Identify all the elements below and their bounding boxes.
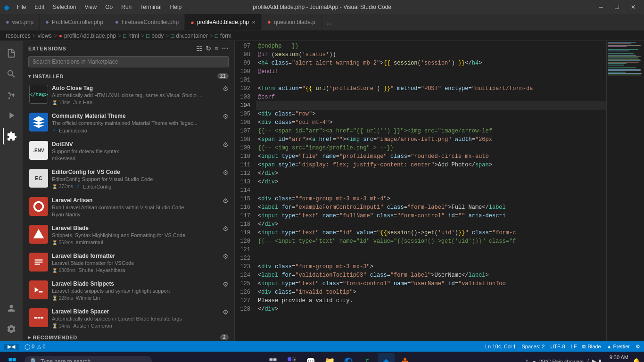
views-icon[interactable]: ≡ <box>215 45 219 52</box>
menu-file[interactable]: File <box>13 2 30 12</box>
minimap-line <box>608 70 641 71</box>
menu-view[interactable]: View <box>81 2 100 12</box>
maximize-button[interactable]: ☐ <box>610 2 624 12</box>
taskbar-file-explorer[interactable]: 📁 <box>321 353 338 362</box>
extension-meta: ⏳ 569ms amirmarmul <box>52 239 219 245</box>
extension-settings-button[interactable]: ⚙ <box>223 113 229 120</box>
more-tabs-button[interactable]: ⋯ <box>322 18 337 30</box>
menu-selection[interactable]: Selection <box>49 2 80 12</box>
menu-run[interactable]: Run <box>117 2 135 12</box>
extensions-search-input[interactable] <box>28 56 229 67</box>
statusbar-remote[interactable]: ▶◀ <box>4 344 19 350</box>
extension-auto-close-tag[interactable]: </tag> Auto Close Tag Automatically add … <box>23 81 234 109</box>
statusbar-notification[interactable]: ⚙ <box>636 344 640 350</box>
extension-meta: mikestead <box>52 156 219 161</box>
breadcrumb-form[interactable]: form <box>220 33 231 39</box>
close-button[interactable]: ✕ <box>626 2 640 12</box>
extension-settings-button[interactable]: ⚙ <box>223 141 229 148</box>
extensions-header-icons[interactable]: ☷ ↻ ≡ ⋯ <box>196 45 229 52</box>
extension-laravel-blade-snippets[interactable]: Laravel Blade Snippets Laravel blade sni… <box>23 277 234 304</box>
activity-settings[interactable] <box>3 321 20 337</box>
recommended-section-header[interactable]: ▸ RECOMMENDED 2 <box>23 332 234 341</box>
minimap-line <box>608 62 639 63</box>
taskbar-edge[interactable] <box>340 353 357 362</box>
tab-firebase-controller[interactable]: ● FirebaseController.php <box>109 14 185 30</box>
split-editor-button[interactable]: ⎹ <box>631 18 644 30</box>
extension-name: Laravel Blade Snippets <box>52 280 219 287</box>
extension-laravel-blade-spacer[interactable]: Laravel Blade Spacer Automatically add s… <box>23 304 234 332</box>
extension-settings-button[interactable]: ⚙ <box>223 253 229 260</box>
minimap-line <box>608 55 636 56</box>
activity-search[interactable] <box>3 66 20 82</box>
taskbar-widgets[interactable]: ☻ <box>283 353 300 362</box>
menu-edit[interactable]: Edit <box>31 2 48 12</box>
taskbar-volume-icon[interactable]: ▶ <box>592 358 596 362</box>
extension-icon-laravel-blade <box>29 225 48 244</box>
tab-close-button[interactable]: ✕ <box>252 20 256 25</box>
breadcrumb-div-container[interactable]: div.container <box>176 33 208 39</box>
taskbar-vscode[interactable]: ◆ <box>378 353 395 362</box>
window-controls[interactable]: ─ ☐ ✕ <box>594 2 640 12</box>
extension-laravel-artisan[interactable]: Laravel Artisan Run Laravel Artisan comm… <box>23 193 234 221</box>
taskbar-app8[interactable]: ☘ <box>396 353 413 362</box>
extension-settings-button[interactable]: ⚙ <box>223 197 229 205</box>
extension-settings-button[interactable]: ⚙ <box>223 85 229 92</box>
statusbar-spaces[interactable]: Spaces: 2 <box>521 344 545 349</box>
tab-profile-blade[interactable]: ● profileAdd.blade.php ✕ <box>185 14 262 30</box>
breadcrumb-body[interactable]: body <box>151 33 164 39</box>
extension-settings-button[interactable]: ⚙ <box>223 169 229 176</box>
extension-settings-button[interactable]: ⚙ <box>223 280 229 288</box>
menu-go[interactable]: Go <box>101 2 116 12</box>
extension-laravel-blade[interactable]: Laravel Blade Snippets, Syntax Highlight… <box>23 221 234 249</box>
activity-files[interactable] <box>3 45 20 62</box>
statusbar-errors[interactable]: ◯ 0 △ 0 <box>25 344 45 350</box>
breadcrumb-views[interactable]: views <box>38 33 52 39</box>
extension-community-material-theme[interactable]: Community Material Theme The official co… <box>23 109 234 137</box>
extension-settings-button[interactable]: ⚙ <box>223 225 229 232</box>
extension-editorconfig[interactable]: EC EditorConfig for VS Code EditorConfig… <box>23 165 234 193</box>
breadcrumb-resources[interactable]: resources <box>6 33 31 39</box>
minimap-line <box>608 48 610 49</box>
windows-start-button[interactable] <box>4 353 21 362</box>
tab-question-blade[interactable]: ● question.blade.p <box>262 14 322 30</box>
taskbar-spotify[interactable]: ♫ <box>359 353 376 362</box>
extension-settings-button[interactable]: ⚙ <box>223 308 229 316</box>
statusbar-encoding[interactable]: UTF-8 <box>550 344 565 349</box>
extension-laravel-blade-formatter[interactable]: Laravel Blade formatter Laravel Blade fo… <box>23 249 234 277</box>
verified-icon: ✓ <box>52 127 56 133</box>
statusbar-line-ending[interactable]: LF <box>571 344 577 349</box>
taskbar-chat[interactable]: 💬 <box>302 353 319 362</box>
taskbar-search-bar[interactable]: 🔍 Type here to search <box>25 356 152 362</box>
taskbar-expand-tray[interactable]: ^ <box>526 359 528 362</box>
breadcrumb-html[interactable]: html <box>128 33 139 39</box>
code-line-100: @endif <box>256 67 606 76</box>
activity-source-control[interactable] <box>3 86 20 103</box>
statusbar-language[interactable]: ⧉ Blade <box>582 344 601 350</box>
menu-help[interactable]: Help <box>166 2 186 12</box>
refresh-icon[interactable]: ↻ <box>206 45 212 52</box>
taskbar-clock[interactable]: 9:30 AM 9/12/2022 <box>605 354 628 362</box>
menu-terminal[interactable]: Terminal <box>136 2 165 12</box>
taskbar-network-icon[interactable]: 〈 <box>587 358 589 362</box>
more-actions-icon[interactable]: ⋯ <box>222 45 229 52</box>
code-editor[interactable]: 97 98 99 100 101 102 103 104 105 106 107… <box>235 41 644 341</box>
code-content[interactable]: @endphp --}} @if (session('status')) <h4… <box>256 41 606 341</box>
statusbar-formatter[interactable]: ▲ Prettier <box>607 344 630 349</box>
filter-icon[interactable]: ☷ <box>196 45 203 52</box>
breadcrumb-tag-icon3: □ <box>171 33 174 39</box>
activity-run[interactable] <box>3 107 20 124</box>
statusbar-line-col[interactable]: Ln 104, Col 1 <box>485 344 516 349</box>
activity-accounts[interactable] <box>3 300 20 317</box>
breadcrumb-profile-blade[interactable]: profileAdd.blade.php <box>64 33 116 39</box>
installed-section-header[interactable]: ▾ INSTALLED 21 <box>23 71 234 81</box>
notification-center-icon[interactable]: 🔔 <box>632 358 640 362</box>
taskbar-battery-icon[interactable]: ▮ <box>599 358 602 362</box>
tab-web-php[interactable]: ● web.php <box>0 14 40 30</box>
titlebar-menu[interactable]: File Edit Selection View Go Run Terminal… <box>13 2 185 12</box>
minimize-button[interactable]: ─ <box>594 2 608 12</box>
activity-extensions[interactable] <box>3 128 20 145</box>
extension-dotenv[interactable]: .ENV DotENV Support for dotenv file synt… <box>23 137 234 165</box>
extension-meta: ⏳ 272ms ✓ EditorConfig <box>52 183 219 189</box>
tab-profile-controller[interactable]: ● ProfileController.php <box>40 14 109 30</box>
taskbar-task-view[interactable] <box>264 353 281 362</box>
